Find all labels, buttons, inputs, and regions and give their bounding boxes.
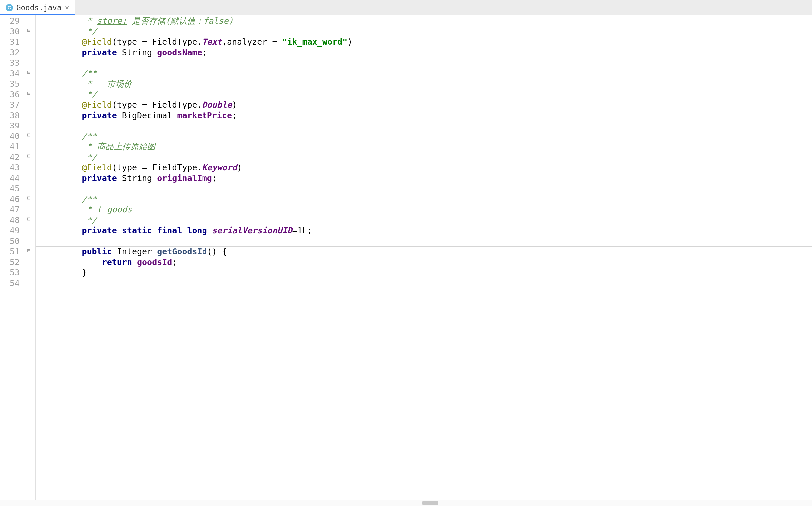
token: Double: [202, 100, 232, 109]
code-line[interactable]: private String originalImg;: [42, 173, 809, 184]
scrollbar-thumb[interactable]: [422, 501, 439, 505]
code-line[interactable]: * t_goods: [42, 204, 809, 215]
code-line[interactable]: /**: [42, 194, 809, 205]
token: * 商品上传原始图: [87, 142, 155, 152]
code-line[interactable]: return goodsId;: [42, 257, 809, 268]
close-icon[interactable]: ×: [65, 4, 69, 11]
horizontal-scrollbar[interactable]: [0, 500, 812, 506]
line-number: 47: [1, 204, 20, 215]
fold-toggle-icon[interactable]: ⊟: [25, 153, 32, 160]
method-separator: [35, 246, 812, 247]
tab-bar: C Goods.java ×: [0, 0, 812, 15]
token: ;: [202, 48, 207, 57]
fold-toggle-icon[interactable]: ⊟: [25, 69, 32, 76]
line-number: 31: [1, 36, 20, 47]
token: return: [102, 257, 132, 267]
token: (type = FieldType.: [112, 163, 202, 172]
line-number: 35: [1, 79, 20, 89]
line-number: 50: [1, 236, 20, 247]
code-line[interactable]: [42, 278, 809, 288]
code-line[interactable]: * 市场价: [42, 79, 809, 89]
token: ): [232, 100, 237, 109]
token: * 市场价: [87, 79, 132, 89]
code-line[interactable]: [42, 120, 809, 131]
code-line[interactable]: @Field(type = FieldType.Keyword): [42, 162, 809, 173]
token: [207, 226, 212, 235]
tab-label: Goods.java: [16, 3, 61, 12]
code-line[interactable]: [42, 58, 809, 68]
token: ,analyzer =: [222, 37, 282, 47]
token: [132, 257, 137, 267]
line-number: 34: [1, 68, 20, 79]
code-line[interactable]: }: [42, 267, 809, 278]
token: [112, 247, 117, 256]
line-number: 36: [1, 89, 20, 100]
fold-toggle-icon[interactable]: ⊟: [25, 90, 32, 97]
editor-window: C Goods.java × 2930313233343536373839404…: [0, 0, 812, 506]
code-line[interactable]: */: [42, 152, 809, 163]
token: */: [87, 27, 96, 36]
fold-column[interactable]: ⊟⊟⊟⊟⊟⊟⊟⊟: [24, 15, 35, 500]
token: [117, 48, 122, 57]
token: String: [122, 48, 152, 57]
code-line[interactable]: @Field(type = FieldType.Text,analyzer = …: [42, 36, 809, 47]
token: ): [237, 163, 242, 172]
line-number: 43: [1, 162, 20, 173]
line-number: 45: [1, 183, 20, 194]
token: BigDecimal: [122, 110, 172, 120]
fold-toggle-icon[interactable]: ⊟: [25, 132, 32, 139]
token: (type = FieldType.: [112, 37, 202, 47]
code-line[interactable]: private BigDecimal marketPrice;: [42, 110, 809, 121]
code-line[interactable]: @Field(type = FieldType.Double): [42, 99, 809, 110]
line-number: 40: [1, 131, 20, 142]
line-number: 32: [1, 47, 20, 58]
tab-goods-java[interactable]: C Goods.java ×: [0, 0, 75, 15]
fold-toggle-icon[interactable]: ⊟: [25, 247, 32, 254]
code-line[interactable]: * store: 是否存储(默认值：false): [42, 16, 809, 26]
token: /**: [82, 132, 96, 141]
token: =1L;: [292, 226, 312, 235]
line-number: 42: [1, 152, 20, 163]
code-line[interactable]: /**: [42, 131, 809, 142]
code-line[interactable]: [42, 236, 809, 247]
code-line[interactable]: private String goodsName;: [42, 47, 809, 58]
line-number: 49: [1, 225, 20, 236]
token: private static final long: [82, 226, 207, 235]
token: ;: [172, 257, 177, 267]
token: [152, 247, 157, 256]
line-number: 41: [1, 142, 20, 152]
code-line[interactable]: */: [42, 89, 809, 100]
token: goodsName: [157, 48, 202, 57]
token: marketPrice: [177, 110, 232, 120]
fold-toggle-icon[interactable]: ⊟: [25, 195, 32, 202]
line-number-gutter[interactable]: 2930313233343536373839404142434445464748…: [0, 15, 24, 500]
code-line[interactable]: private static final long serialVersionU…: [42, 225, 809, 236]
code-editor[interactable]: 2930313233343536373839404142434445464748…: [0, 15, 812, 500]
token: *: [87, 16, 96, 26]
token: [152, 173, 157, 183]
code-line[interactable]: */: [42, 215, 809, 226]
code-line[interactable]: /**: [42, 68, 809, 79]
token: store:: [97, 16, 127, 26]
token: [117, 173, 122, 183]
token: goodsId: [137, 257, 172, 267]
token: String: [122, 173, 152, 183]
token: ): [347, 37, 352, 47]
token: getGoodsId: [157, 247, 207, 256]
line-number: 37: [1, 99, 20, 110]
code-line[interactable]: [42, 183, 809, 194]
line-number: 51: [1, 246, 20, 257]
token: [172, 110, 177, 120]
fold-toggle-icon[interactable]: ⊟: [25, 27, 32, 34]
token: "ik_max_word": [282, 37, 348, 47]
token: @Field: [82, 37, 112, 47]
code-line[interactable]: */: [42, 26, 809, 37]
fold-toggle-icon[interactable]: ⊟: [25, 216, 32, 223]
token: originalImg: [157, 173, 212, 183]
line-number: 44: [1, 173, 20, 184]
token: */: [87, 216, 96, 225]
code-line[interactable]: public Integer getGoodsId() {: [42, 246, 809, 257]
code-line[interactable]: * 商品上传原始图: [42, 142, 809, 152]
token: ;: [212, 173, 217, 183]
code-area[interactable]: * store: 是否存储(默认值：false) */ @Field(type …: [35, 15, 812, 500]
